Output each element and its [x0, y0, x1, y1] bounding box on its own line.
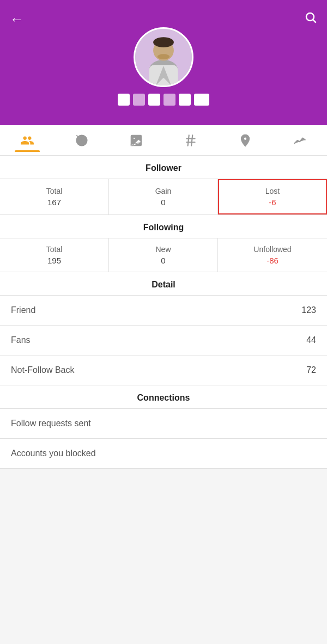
svg-line-17: [191, 135, 192, 146]
following-unfollowed-label: Unfollowed: [253, 245, 291, 254]
follower-gain-label: Gain: [155, 187, 172, 195]
story-dot: [148, 94, 160, 106]
detail-section: Detail Friend 123 Fans 44 Not-Follow Bac…: [0, 272, 327, 385]
follower-gain-cell[interactable]: Gain 0: [109, 179, 218, 214]
follower-gain-value: 0: [161, 198, 165, 207]
avatar: [134, 27, 193, 87]
detail-fans-item[interactable]: Fans 44: [0, 326, 327, 355]
following-total-cell[interactable]: Total 195: [0, 238, 109, 272]
story-dot: [133, 94, 145, 106]
follower-title: Follower: [0, 156, 327, 179]
following-unfollowed-cell[interactable]: Unfollowed -86: [218, 238, 327, 272]
following-new-cell[interactable]: New 0: [109, 238, 218, 272]
nav-tabs: [0, 125, 327, 156]
connections-section: Connections Follow requests sent Account…: [0, 385, 327, 469]
tab-location[interactable]: [233, 133, 258, 152]
profile-header: ←: [0, 0, 327, 125]
connection-requests-item[interactable]: Follow requests sent: [0, 409, 327, 439]
svg-point-12: [134, 137, 135, 139]
connection-requests-label: Follow requests sent: [11, 419, 91, 428]
following-total-label: Total: [46, 245, 63, 254]
svg-line-1: [313, 20, 316, 22]
story-dots: [118, 94, 209, 106]
following-stats-grid: Total 195 New 0 Unfollowed -86: [0, 238, 327, 272]
tab-media[interactable]: [124, 133, 149, 152]
main-content: Follower Total 167 Gain 0 Lost -6 Follow…: [0, 156, 327, 469]
story-dot: [179, 94, 191, 106]
svg-point-6: [158, 54, 170, 59]
svg-line-16: [188, 135, 189, 146]
follower-total-value: 167: [47, 198, 61, 207]
follower-total-label: Total: [46, 187, 63, 195]
follower-lost-cell[interactable]: Lost -6: [218, 179, 327, 214]
tab-followers[interactable]: [15, 133, 40, 152]
svg-point-5: [153, 37, 174, 47]
following-new-label: New: [155, 245, 171, 254]
connections-list: Follow requests sent Accounts you blocke…: [0, 408, 327, 469]
following-unfollowed-value: -86: [267, 256, 278, 265]
story-dot: [164, 94, 175, 106]
detail-fans-label: Fans: [11, 335, 31, 345]
connection-blocked-item[interactable]: Accounts you blocked: [0, 439, 327, 469]
story-dot: [194, 94, 209, 106]
story-dot: [118, 94, 130, 106]
detail-friend-label: Friend: [11, 305, 35, 315]
follower-section: Follower Total 167 Gain 0 Lost -6: [0, 156, 327, 215]
detail-list: Friend 123 Fans 44 Not-Follow Back 72: [0, 295, 327, 385]
follower-lost-label: Lost: [265, 187, 280, 195]
follower-total-cell[interactable]: Total 167: [0, 179, 109, 214]
back-button[interactable]: ←: [10, 11, 24, 28]
detail-notfollowback-label: Not-Follow Back: [11, 365, 74, 375]
detail-title: Detail: [0, 272, 327, 295]
connection-blocked-label: Accounts you blocked: [11, 449, 96, 458]
search-button[interactable]: [304, 11, 317, 27]
tab-history[interactable]: [69, 133, 94, 152]
tab-analytics[interactable]: [287, 133, 312, 152]
detail-notfollowback-item[interactable]: Not-Follow Back 72: [0, 355, 327, 385]
detail-friend-value: 123: [301, 305, 316, 315]
follower-lost-value: -6: [269, 198, 276, 207]
following-new-value: 0: [161, 256, 165, 265]
following-title: Following: [0, 215, 327, 238]
connections-title: Connections: [0, 385, 327, 408]
following-section: Following Total 195 New 0 Unfollowed -86: [0, 215, 327, 272]
follower-stats-grid: Total 167 Gain 0 Lost -6: [0, 179, 327, 215]
tab-hashtag[interactable]: [178, 133, 203, 152]
detail-notfollowback-value: 72: [306, 365, 316, 375]
detail-fans-value: 44: [306, 335, 316, 345]
detail-friend-item[interactable]: Friend 123: [0, 296, 327, 326]
following-total-value: 195: [47, 256, 61, 265]
